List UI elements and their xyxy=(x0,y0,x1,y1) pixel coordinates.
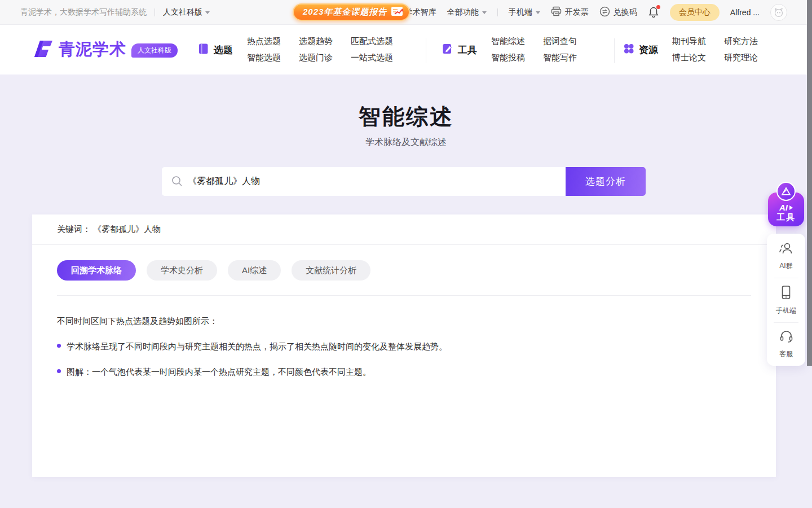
printer-icon xyxy=(551,6,562,18)
chevron-down-icon xyxy=(205,11,210,14)
exchange-icon xyxy=(599,6,610,19)
nav-item-journal-navigation[interactable]: 期刊导航 xyxy=(672,36,706,47)
member-center-button[interactable]: 会员中心 xyxy=(670,4,720,21)
keyword-row: 关键词： 《雾都孤儿》人物 xyxy=(32,214,776,245)
ai-group-item[interactable]: AI群 xyxy=(767,242,805,271)
divider xyxy=(614,38,615,63)
scrollbar-thumb[interactable] xyxy=(807,0,812,366)
nav-item-smart-writing[interactable]: 智能写作 xyxy=(543,52,577,63)
search-bar: 选题分析 xyxy=(162,167,646,196)
list-item: 学术脉络呈现了不同时间段内与研究主题相关的热点，揭示了相关热点随时间的变化及整体… xyxy=(57,340,751,352)
nav-group-resources: 资源 期刊导航 博士论文 研究方法 研究理论 xyxy=(623,36,758,63)
ai-fab-text: AI xyxy=(779,203,788,212)
result-card: 关键词： 《雾都孤儿》人物 回溯学术脉络 学术史分析 AI综述 文献统计分析 不… xyxy=(32,214,776,477)
divider xyxy=(426,38,426,63)
divider xyxy=(774,322,798,323)
nav-item-matching-topics[interactable]: 匹配式选题 xyxy=(351,36,393,47)
keyword-value: 《雾都孤儿》人物 xyxy=(93,224,161,235)
intro-text: 不同时间区间下热点选题及趋势如图所示： xyxy=(57,316,751,327)
nav-item-topic-trends[interactable]: 选题趋势 xyxy=(299,36,333,47)
nav-group-resources-head[interactable]: 资源 xyxy=(623,43,658,56)
search-input[interactable] xyxy=(162,167,566,196)
logo-mark-icon xyxy=(32,39,54,60)
nav-group-topics: 选题 热点选题 智能选题 选题趋势 选题门诊 匹配式选题 一站式选题 xyxy=(197,36,393,63)
divider xyxy=(774,278,798,278)
edition-label: 人文社科版 xyxy=(163,7,202,17)
report-doc-icon xyxy=(391,6,404,19)
chevron-down-icon xyxy=(536,11,540,14)
nav-item-topic-clinic[interactable]: 选题门诊 xyxy=(299,52,333,63)
avatar[interactable] xyxy=(770,4,787,21)
bullet-dot xyxy=(57,344,61,348)
phone-icon xyxy=(779,285,793,302)
nav-group-tools-head[interactable]: 工具 xyxy=(442,43,477,57)
people-icon xyxy=(779,242,793,257)
tab-academic-history-analysis[interactable]: 学术史分析 xyxy=(147,260,217,281)
analysis-tabs: 回溯学术脉络 学术史分析 AI综述 文献统计分析 xyxy=(57,260,776,281)
page-subtitle: 学术脉络及文献综述 xyxy=(0,137,812,148)
divider xyxy=(155,8,155,16)
tab-ai-review[interactable]: AI综述 xyxy=(228,260,281,281)
topic-analysis-button[interactable]: 选题分析 xyxy=(566,167,646,196)
chevron-down-icon xyxy=(482,11,487,14)
book-icon xyxy=(197,43,209,57)
notification-dot xyxy=(656,5,660,9)
customer-service-item[interactable]: 客服 xyxy=(767,330,805,359)
link-mobile-app[interactable]: 手机端 xyxy=(509,7,540,17)
nav-item-one-stop-topics[interactable]: 一站式选题 xyxy=(351,52,393,63)
page-title: 智能综述 xyxy=(0,102,812,132)
play-icon xyxy=(789,205,793,210)
promo-text: 2023年基金课题报告 xyxy=(303,7,387,17)
bullet-list: 学术脉络呈现了不同时间段内与研究主题相关的热点，揭示了相关热点随时间的变化及整体… xyxy=(57,340,751,378)
nav-item-research-theories[interactable]: 研究理论 xyxy=(724,52,758,63)
notification-bell[interactable] xyxy=(648,6,659,18)
nav-item-smart-review[interactable]: 智能综述 xyxy=(491,36,525,47)
ai-logo-icon xyxy=(776,182,796,201)
tab-literature-statistics[interactable]: 文献统计分析 xyxy=(292,260,370,281)
nav-item-smart-topics[interactable]: 智能选题 xyxy=(247,52,281,63)
nav-item-smart-submission[interactable]: 智能投稿 xyxy=(491,52,525,63)
logo-text: 青泥学术 xyxy=(59,38,126,61)
list-item: 图解：一个气泡代表某一时间段内某一个热点研究主题，不同颜色代表不同主题。 xyxy=(57,366,751,378)
top-utility-bar: 青泥学术，大数据学术写作辅助系统 人文社科版 2023年基金课题报告 学术智库 … xyxy=(0,0,812,25)
ai-tools-button[interactable]: AI 工具 xyxy=(768,192,804,226)
ai-fab-text2: 工具 xyxy=(776,212,796,223)
grid-dots-icon xyxy=(623,43,634,56)
main-navigation: 青泥学术 人文社科版 选题 热点选题 智能选题 选题趋势 选题门诊 匹配 xyxy=(0,25,812,75)
tab-trace-academic-context[interactable]: 回溯学术脉络 xyxy=(57,260,136,281)
bullet-dot xyxy=(57,369,61,373)
pen-doc-icon xyxy=(442,43,453,57)
nav-group-topics-head[interactable]: 选题 xyxy=(197,43,233,57)
divider xyxy=(57,295,751,296)
link-all-features[interactable]: 全部功能 xyxy=(447,7,487,17)
divider xyxy=(497,8,498,16)
mobile-app-item[interactable]: 手机端 xyxy=(767,285,805,316)
keyword-label: 关键词： xyxy=(57,224,91,235)
edition-selector[interactable]: 人文社科版 xyxy=(163,7,210,17)
logo[interactable]: 青泥学术 人文社科版 xyxy=(32,38,178,61)
quick-access-panel: AI群 手机端 客服 xyxy=(767,234,805,366)
username[interactable]: Alfred ... xyxy=(730,8,760,17)
search-icon xyxy=(171,175,183,190)
nav-item-hot-topics[interactable]: 热点选题 xyxy=(247,36,281,47)
headset-icon xyxy=(779,330,793,345)
link-invoice[interactable]: 开发票 xyxy=(551,6,589,18)
nav-item-phd-theses[interactable]: 博士论文 xyxy=(672,52,706,63)
logo-edition-badge: 人文社科版 xyxy=(131,43,178,58)
link-redeem-code[interactable]: 兑换码 xyxy=(599,6,637,19)
nav-item-word-sentence-lookup[interactable]: 据词查句 xyxy=(543,36,577,47)
nav-item-research-methods[interactable]: 研究方法 xyxy=(724,36,758,47)
site-tagline: 青泥学术，大数据学术写作辅助系统 xyxy=(20,7,147,17)
promo-banner[interactable]: 2023年基金课题报告 xyxy=(293,3,410,21)
nav-group-tools: 工具 智能综述 智能投稿 据词查句 智能写作 xyxy=(442,36,577,63)
